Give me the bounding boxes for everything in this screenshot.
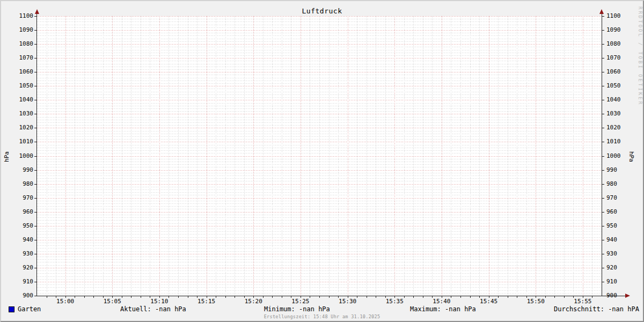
creation-time-footer: Erstellungszeit: 15:48 Uhr am 31.10.2025 bbox=[1, 314, 643, 319]
y-tick-label-right: 920 bbox=[606, 265, 639, 271]
y-axis-tick-right bbox=[602, 128, 604, 128]
x-axis-tick bbox=[75, 296, 75, 298]
y-axis-right bbox=[602, 11, 602, 296]
x-axis bbox=[36, 296, 629, 296]
y-tick-label-right: 1000 bbox=[606, 153, 639, 159]
y-tick-label-right: 1010 bbox=[606, 138, 639, 145]
grid-line-major-h bbox=[37, 198, 602, 199]
x-axis-tick bbox=[526, 296, 527, 298]
grid-line-major-v bbox=[536, 16, 536, 296]
x-axis-tick bbox=[291, 296, 291, 298]
y-tick-label-right: 1070 bbox=[606, 55, 639, 61]
grid-line-major-h bbox=[37, 254, 602, 254]
grid-line-major-h bbox=[37, 170, 602, 171]
x-axis-tick bbox=[479, 296, 480, 298]
grid-line-major-v bbox=[583, 16, 583, 296]
legend-series-label: Garten bbox=[18, 305, 41, 313]
y-axis-tick-right bbox=[602, 86, 604, 86]
x-axis-tick bbox=[442, 296, 442, 298]
y-axis-tick-right bbox=[602, 30, 604, 31]
y-tick-label-left: 900 bbox=[1, 292, 33, 299]
x-axis-tick bbox=[554, 296, 555, 298]
x-tick-label: 15:40 bbox=[431, 298, 452, 305]
y-axis-tick-right bbox=[602, 44, 604, 45]
grid-line-major-h bbox=[37, 86, 602, 86]
y-tick-label-left: 1080 bbox=[1, 41, 33, 47]
x-axis-tick bbox=[310, 296, 310, 298]
grid-line-major-v bbox=[253, 16, 254, 296]
grid-line-major-v bbox=[394, 16, 395, 296]
x-axis-tick bbox=[141, 296, 141, 298]
x-axis-tick bbox=[536, 296, 536, 298]
y-axis-tick-right bbox=[602, 198, 604, 199]
y-tick-label-right: 1100 bbox=[606, 13, 639, 19]
grid-line-major-h bbox=[37, 142, 602, 142]
x-axis-tick bbox=[131, 296, 131, 298]
grid-line-major-v bbox=[442, 16, 442, 296]
legend-stat-maximum: Maximum: -nan hPa bbox=[410, 305, 476, 313]
y-axis-tick-right bbox=[602, 16, 604, 17]
x-axis-tick bbox=[225, 296, 226, 298]
y-axis-left bbox=[36, 11, 37, 296]
x-axis-tick bbox=[367, 296, 367, 298]
y-tick-label-left: 1000 bbox=[1, 153, 33, 159]
y-tick-label-left: 990 bbox=[1, 167, 33, 173]
x-axis-tick bbox=[188, 296, 188, 298]
x-axis-tick bbox=[122, 296, 122, 298]
x-axis-tick bbox=[517, 296, 517, 298]
x-axis-tick bbox=[376, 296, 376, 298]
x-axis-tick bbox=[423, 296, 423, 298]
y-axis-tick-right bbox=[602, 282, 604, 282]
y-tick-label-left: 970 bbox=[1, 195, 33, 201]
grid-line-major-v bbox=[112, 16, 113, 296]
x-axis-tick bbox=[545, 296, 546, 298]
y-tick-label-right: 1020 bbox=[606, 125, 639, 131]
x-axis-tick bbox=[216, 296, 216, 298]
x-axis-tick bbox=[470, 296, 471, 298]
y-tick-label-left: 1020 bbox=[1, 125, 33, 131]
x-axis-tick bbox=[573, 296, 574, 298]
x-axis-tick bbox=[93, 296, 94, 298]
x-axis-tick bbox=[169, 296, 169, 298]
x-axis-tick bbox=[56, 296, 56, 298]
x-axis-tick bbox=[385, 296, 386, 298]
x-axis-tick bbox=[432, 296, 433, 298]
x-axis-tick bbox=[272, 296, 273, 298]
y-tick-label-right: 950 bbox=[606, 223, 639, 229]
x-axis-tick bbox=[235, 296, 235, 298]
x-axis-tick bbox=[207, 296, 207, 298]
y-tick-label-right: 960 bbox=[606, 209, 639, 215]
x-axis-tick bbox=[84, 296, 85, 298]
x-axis-tick bbox=[47, 296, 47, 298]
grid-line-major-h bbox=[37, 156, 602, 157]
y-tick-label-right: 1080 bbox=[606, 41, 639, 47]
x-axis-tick bbox=[451, 296, 451, 298]
x-axis-tick bbox=[65, 296, 66, 298]
x-axis-tick bbox=[150, 296, 150, 298]
y-tick-label-left: 1090 bbox=[1, 27, 33, 33]
grid-line-major-h bbox=[37, 212, 602, 213]
y-axis-tick-right bbox=[602, 184, 604, 185]
x-tick-label: 15:30 bbox=[337, 298, 358, 305]
y-tick-label-right: 1060 bbox=[606, 69, 639, 75]
y-tick-label-left: 930 bbox=[1, 251, 33, 257]
y-tick-label-right: 990 bbox=[606, 167, 639, 173]
x-axis-tick bbox=[159, 296, 160, 298]
y-tick-label-right: 940 bbox=[606, 237, 639, 243]
x-axis-tick bbox=[253, 296, 254, 298]
y-tick-label-right: 980 bbox=[606, 181, 639, 187]
grid-line-major-h bbox=[37, 100, 602, 100]
y-tick-label-left: 940 bbox=[1, 237, 33, 243]
grid-line-major-h bbox=[37, 226, 602, 226]
y-tick-label-right: 1050 bbox=[606, 83, 639, 89]
grid-line-major-h bbox=[37, 72, 602, 72]
x-axis-tick bbox=[404, 296, 405, 298]
y-axis-tick-right bbox=[602, 240, 604, 240]
grid-line-major-v bbox=[348, 16, 348, 296]
y-tick-label-left: 1050 bbox=[1, 83, 33, 89]
x-tick-label: 15:25 bbox=[290, 298, 311, 305]
axis-arrow-up-right-icon bbox=[599, 9, 604, 14]
x-axis-tick bbox=[301, 296, 301, 298]
x-tick-label: 15:15 bbox=[196, 298, 217, 305]
legend-row: Garten Aktuell: -nan hPa Minimum: -nan h… bbox=[1, 305, 644, 314]
